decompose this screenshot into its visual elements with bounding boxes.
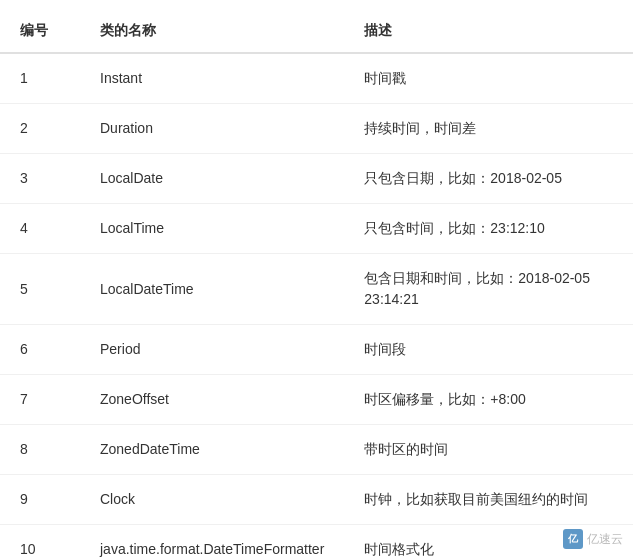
cell-num: 5	[0, 254, 80, 325]
table-row: 8ZonedDateTime带时区的时间	[0, 425, 633, 475]
cell-name: Period	[80, 325, 344, 375]
cell-name: java.time.format.DateTimeFormatter	[80, 525, 344, 560]
cell-desc: 时间段	[344, 325, 633, 375]
logo-icon: 亿	[563, 529, 583, 549]
cell-name: Duration	[80, 104, 344, 154]
table-row: 10java.time.format.DateTimeFormatter时间格式…	[0, 525, 633, 560]
cell-num: 1	[0, 53, 80, 104]
table-row: 3LocalDate只包含日期，比如：2018-02-05	[0, 154, 633, 204]
cell-desc: 持续时间，时间差	[344, 104, 633, 154]
header-desc: 描述	[344, 10, 633, 53]
cell-num: 4	[0, 204, 80, 254]
data-table: 编号 类的名称 描述 1Instant时间戳2Duration持续时间，时间差3…	[0, 10, 633, 559]
cell-desc: 时间戳	[344, 53, 633, 104]
cell-name: Instant	[80, 53, 344, 104]
cell-name: ZoneOffset	[80, 375, 344, 425]
cell-num: 3	[0, 154, 80, 204]
cell-desc: 时钟，比如获取目前美国纽约的时间	[344, 475, 633, 525]
watermark-logo: 亿 亿速云	[563, 529, 623, 549]
cell-name: LocalDate	[80, 154, 344, 204]
header-num: 编号	[0, 10, 80, 53]
table-container: 编号 类的名称 描述 1Instant时间戳2Duration持续时间，时间差3…	[0, 0, 633, 559]
cell-name: LocalTime	[80, 204, 344, 254]
table-header-row: 编号 类的名称 描述	[0, 10, 633, 53]
cell-num: 8	[0, 425, 80, 475]
table-row: 5LocalDateTime包含日期和时间，比如：2018-02-05 23:1…	[0, 254, 633, 325]
cell-name: ZonedDateTime	[80, 425, 344, 475]
cell-desc: 时区偏移量，比如：+8:00	[344, 375, 633, 425]
cell-name: Clock	[80, 475, 344, 525]
cell-num: 2	[0, 104, 80, 154]
watermark: 亿 亿速云	[563, 529, 623, 549]
cell-desc: 包含日期和时间，比如：2018-02-05 23:14:21	[344, 254, 633, 325]
cell-num: 7	[0, 375, 80, 425]
cell-num: 10	[0, 525, 80, 560]
table-row: 4LocalTime只包含时间，比如：23:12:10	[0, 204, 633, 254]
header-name: 类的名称	[80, 10, 344, 53]
cell-num: 6	[0, 325, 80, 375]
table-row: 1Instant时间戳	[0, 53, 633, 104]
cell-num: 9	[0, 475, 80, 525]
table-row: 2Duration持续时间，时间差	[0, 104, 633, 154]
table-row: 6Period时间段	[0, 325, 633, 375]
cell-desc: 只包含时间，比如：23:12:10	[344, 204, 633, 254]
table-row: 9Clock时钟，比如获取目前美国纽约的时间	[0, 475, 633, 525]
watermark-text: 亿速云	[587, 531, 623, 548]
cell-name: LocalDateTime	[80, 254, 344, 325]
cell-desc: 只包含日期，比如：2018-02-05	[344, 154, 633, 204]
table-row: 7ZoneOffset时区偏移量，比如：+8:00	[0, 375, 633, 425]
cell-desc: 带时区的时间	[344, 425, 633, 475]
